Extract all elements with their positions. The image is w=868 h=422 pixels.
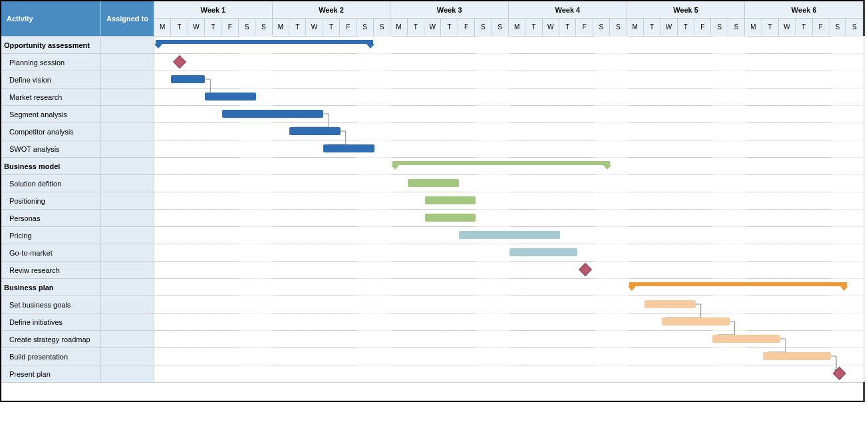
activity-label: Define initiatives xyxy=(1,314,101,330)
gantt-row: Solution defition xyxy=(1,174,863,192)
day-header: S xyxy=(829,19,846,36)
activity-label: SWOT analysis xyxy=(1,140,101,157)
week-header: Week 4 xyxy=(509,1,627,18)
day-header: T xyxy=(289,19,306,36)
day-header: F xyxy=(576,19,593,36)
gantt-row: Business plan xyxy=(1,278,863,296)
day-header: S xyxy=(492,19,509,36)
timeline-cell xyxy=(154,227,863,244)
gantt-row: Personas xyxy=(1,209,863,226)
day-header: S xyxy=(239,19,255,36)
timeline-cell xyxy=(154,244,863,261)
day-header: F xyxy=(813,19,829,36)
day-header: W xyxy=(188,19,205,36)
activity-column-header: Activity xyxy=(1,1,101,36)
timeline-cell xyxy=(154,71,863,88)
day-header: S xyxy=(475,19,492,36)
gantt-row: Positioning xyxy=(1,192,863,209)
assigned-cell xyxy=(101,140,154,157)
activity-label: Build presentation xyxy=(1,348,101,365)
gantt-chart: Activity Assigned to Week 1Week 2Week 3W… xyxy=(0,0,865,402)
assigned-cell xyxy=(101,71,154,88)
activity-label: Competitor analysis xyxy=(1,123,101,140)
activity-label: Opportunity assessment xyxy=(1,37,101,53)
day-header: T xyxy=(678,19,694,36)
day-header: F xyxy=(340,19,357,36)
day-header: T xyxy=(559,19,576,36)
assigned-cell xyxy=(101,296,154,313)
day-header: T xyxy=(171,19,188,36)
timeline-cell xyxy=(154,331,863,347)
day-header: S xyxy=(610,19,627,36)
day-header: T xyxy=(205,19,221,36)
gantt-row: Set business goals xyxy=(1,296,863,313)
assigned-cell xyxy=(101,331,154,347)
activity-label: Planning session xyxy=(1,54,101,71)
activity-label: Segment analysis xyxy=(1,106,101,122)
activity-label: Go-to-market xyxy=(1,244,101,261)
assigned-cell xyxy=(101,244,154,261)
day-header: F xyxy=(222,19,239,36)
timeline-cell xyxy=(154,314,863,330)
assigned-cell xyxy=(101,175,154,192)
activity-label: Business model xyxy=(1,158,101,174)
day-header: M xyxy=(154,19,171,36)
gantt-row: Pricing xyxy=(1,226,863,244)
timeline-cell xyxy=(154,348,863,365)
week-header: Week 1 xyxy=(154,1,273,18)
day-header: T xyxy=(796,19,812,36)
assigned-cell xyxy=(101,348,154,365)
activity-label: Define vision xyxy=(1,71,101,88)
timeline-cell xyxy=(154,106,863,122)
assigned-cell xyxy=(101,262,154,278)
assigned-cell xyxy=(101,192,154,209)
day-header: M xyxy=(273,19,289,36)
day-header: M xyxy=(745,19,762,36)
activity-label: Create strategy roadmap xyxy=(1,331,101,347)
assigned-cell xyxy=(101,365,154,382)
assigned-cell xyxy=(101,37,154,53)
gantt-row: Reviw research xyxy=(1,261,863,278)
gantt-row: Segment analysis xyxy=(1,105,863,122)
day-header: M xyxy=(509,19,525,36)
week-header: Week 6 xyxy=(745,1,863,18)
timeline-cell xyxy=(154,37,863,53)
gantt-row: SWOT analysis xyxy=(1,140,863,157)
day-header: S xyxy=(711,19,728,36)
day-header: T xyxy=(762,19,779,36)
timeline-header: Week 1Week 2Week 3Week 4Week 5Week 6 MTW… xyxy=(154,1,863,36)
assigned-cell xyxy=(101,210,154,226)
activity-label: Pricing xyxy=(1,227,101,244)
assigned-cell xyxy=(101,54,154,71)
day-header: S xyxy=(593,19,610,36)
activity-label: Positioning xyxy=(1,192,101,209)
timeline-cell xyxy=(154,365,863,382)
gantt-row: Define initiatives xyxy=(1,313,863,330)
week-header: Week 5 xyxy=(627,1,746,18)
gantt-row: Build presentation xyxy=(1,347,863,365)
day-header: S xyxy=(846,19,863,36)
gantt-row: Opportunity assessment xyxy=(1,36,863,53)
day-header: S xyxy=(728,19,745,36)
timeline-cell xyxy=(154,89,863,105)
day-header: W xyxy=(306,19,323,36)
assigned-cell xyxy=(101,123,154,140)
timeline-cell xyxy=(154,54,863,71)
activity-label: Solution defition xyxy=(1,175,101,192)
gantt-body: Opportunity assessmentPlanning sessionDe… xyxy=(1,36,863,382)
assigned-cell xyxy=(101,279,154,296)
day-header: T xyxy=(408,19,424,36)
gantt-row: Present plan xyxy=(1,365,863,382)
gantt-row: Go-to-market xyxy=(1,244,863,261)
day-header: W xyxy=(779,19,796,36)
day-header: S xyxy=(357,19,374,36)
timeline-cell xyxy=(154,192,863,209)
day-header: S xyxy=(255,19,272,36)
timeline-cell xyxy=(154,262,863,278)
week-header: Week 2 xyxy=(273,1,391,18)
activity-label: Set business goals xyxy=(1,296,101,313)
activity-label: Market research xyxy=(1,89,101,105)
timeline-cell xyxy=(154,210,863,226)
gantt-row: Market research xyxy=(1,88,863,105)
timeline-cell xyxy=(154,140,863,157)
